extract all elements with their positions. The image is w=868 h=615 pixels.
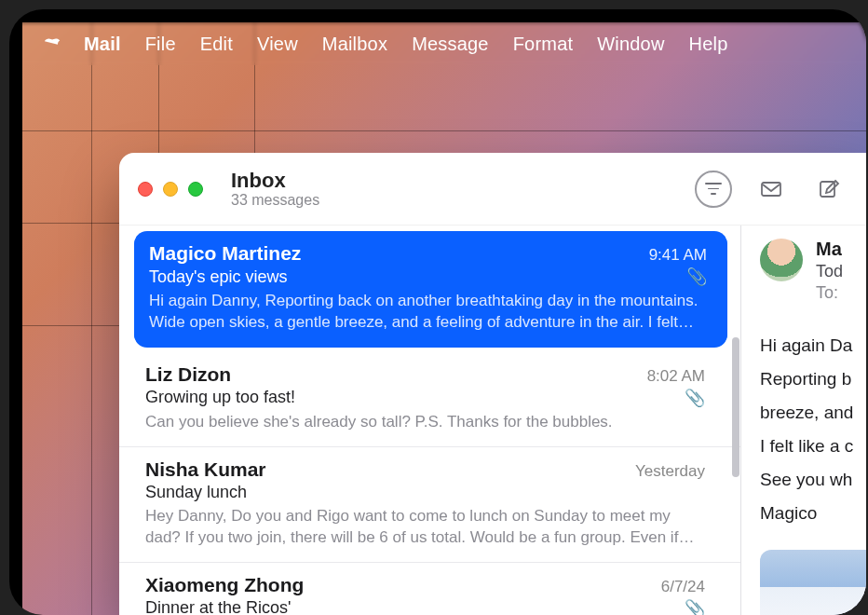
svg-rect-0 (762, 183, 780, 196)
reading-pane: Ma Tod To: Hi again Da Reporting b breez… (741, 226, 866, 615)
menubar-item-view[interactable]: View (257, 34, 298, 55)
window-minimize-button[interactable] (163, 182, 178, 197)
message-from: Xiaomeng Zhong (145, 574, 661, 596)
reader-line: Hi again Da (760, 329, 866, 362)
window-toolbar: Inbox 33 messages (119, 153, 866, 226)
paperclip-icon: 📎 (685, 598, 705, 615)
menubar-item-format[interactable]: Format (513, 34, 574, 55)
menubar-app-name[interactable]: Mail (84, 34, 121, 55)
apple-menu-icon[interactable] (43, 34, 63, 54)
filter-icon (711, 193, 716, 195)
reader-line: I felt like a c (760, 430, 866, 463)
toolbar-title-block: Inbox 33 messages (231, 169, 319, 210)
desktop-background: Mail File Edit View Mailbox Message Form… (22, 22, 866, 615)
message-row[interactable]: Liz Dizon8:02 AMGrowing up too fast!📎Can… (119, 352, 740, 447)
message-from: Magico Martinez (149, 242, 649, 265)
menubar-item-window[interactable]: Window (597, 34, 664, 55)
message-row[interactable]: Magico Martinez9:41 AMToday's epic views… (134, 231, 727, 347)
envelope-icon (760, 178, 782, 200)
message-row[interactable]: Xiaomeng Zhong6/7/24Dinner at the Ricos'… (119, 563, 740, 615)
filter-icon (708, 188, 719, 190)
message-preview: Can you believe she's already so tall? P… (145, 412, 705, 433)
message-time: 8:02 AM (647, 367, 705, 386)
menubar-item-edit[interactable]: Edit (200, 34, 233, 55)
reader-body: Hi again Da Reporting b breeze, and I fe… (760, 329, 866, 531)
filter-button[interactable] (695, 171, 732, 208)
reader-line: See you wh (760, 463, 866, 497)
window-zoom-button[interactable] (188, 182, 203, 197)
system-menubar: Mail File Edit View Mailbox Message Form… (22, 22, 866, 65)
message-subject: Today's epic views (149, 267, 679, 287)
menubar-item-file[interactable]: File (145, 34, 176, 55)
message-from: Liz Dizon (145, 363, 647, 386)
reader-line: Magico (760, 497, 866, 530)
device-bezel: Mail File Edit View Mailbox Message Form… (9, 9, 866, 615)
mailbox-title: Inbox (231, 169, 319, 192)
message-preview: Hey Danny, Do you and Rigo want to come … (145, 506, 705, 549)
paperclip-icon: 📎 (685, 388, 705, 408)
message-list[interactable]: Magico Martinez9:41 AMToday's epic views… (119, 226, 741, 615)
attachment-thumbnail[interactable] (760, 550, 866, 615)
message-from: Nisha Kumar (145, 458, 635, 481)
message-time: 9:41 AM (649, 246, 707, 265)
window-traffic-lights (138, 182, 203, 197)
mail-window: Inbox 33 messages (119, 153, 866, 615)
compose-button[interactable] (810, 171, 848, 208)
message-subject: Sunday lunch (145, 483, 705, 502)
reader-subject: Tod (816, 262, 843, 281)
scrollbar-thumb[interactable] (732, 337, 739, 477)
filter-icon (705, 183, 722, 184)
sender-avatar[interactable] (760, 239, 803, 281)
paperclip-icon: 📎 (686, 266, 707, 287)
reader-from: Ma (816, 239, 843, 260)
guide-line (91, 22, 92, 615)
message-row[interactable]: Nisha KumarYesterdaySunday lunchHey Dann… (119, 447, 740, 563)
menubar-item-help[interactable]: Help (689, 34, 728, 55)
mark-read-button[interactable] (753, 171, 790, 208)
mailbox-subtitle: 33 messages (231, 192, 319, 209)
message-time: Yesterday (635, 462, 705, 481)
reader-line: breeze, and (760, 396, 866, 430)
reader-line: Reporting b (760, 362, 866, 396)
guide-line (22, 130, 866, 131)
message-preview: Hi again Danny, Reporting back on anothe… (149, 291, 707, 334)
compose-icon (818, 178, 840, 200)
window-body: Magico Martinez9:41 AMToday's epic views… (119, 226, 866, 615)
menubar-item-mailbox[interactable]: Mailbox (322, 34, 387, 55)
window-close-button[interactable] (138, 182, 153, 197)
message-subject: Growing up too fast! (145, 388, 677, 407)
message-time: 6/7/24 (661, 578, 705, 596)
message-subject: Dinner at the Ricos' (145, 598, 677, 615)
reader-to-label: To: (816, 283, 843, 303)
menubar-item-message[interactable]: Message (412, 34, 489, 55)
